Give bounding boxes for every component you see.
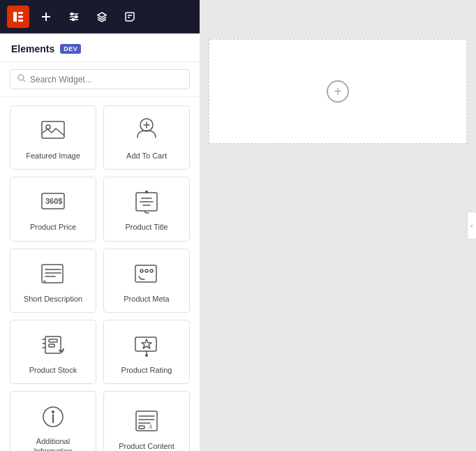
widget-label-featured-image: Featured Image xyxy=(26,151,80,161)
widget-label-product-price: Product Price xyxy=(30,222,76,232)
svg-rect-50 xyxy=(139,426,144,429)
search-input[interactable] xyxy=(30,75,182,84)
widget-label-product-rating: Product Rating xyxy=(121,365,172,375)
widget-card-product-title[interactable]: Product Title xyxy=(103,177,190,241)
product-rating-icon xyxy=(133,332,161,360)
svg-text:A: A xyxy=(148,424,152,430)
dev-badge: DEV xyxy=(60,44,81,54)
widget-label-product-title: Product Title xyxy=(125,222,168,232)
svg-marker-40 xyxy=(142,339,151,348)
svg-rect-2 xyxy=(18,15,23,17)
widget-card-short-description[interactable]: Short Description xyxy=(10,249,96,313)
svg-rect-3 xyxy=(18,20,23,22)
svg-rect-37 xyxy=(49,339,57,342)
svg-point-11 xyxy=(73,18,75,20)
sidebar-toolbar xyxy=(0,0,200,34)
add-element-button[interactable] xyxy=(35,6,57,28)
add-to-cart-icon xyxy=(133,117,161,145)
svg-point-35 xyxy=(150,269,153,272)
widgets-grid: Featured Image Add To Cart 360$ Product … xyxy=(0,97,200,451)
search-icon xyxy=(17,74,26,84)
widget-card-product-meta[interactable]: Product Meta xyxy=(103,249,190,313)
svg-line-16 xyxy=(24,80,26,82)
notes-button[interactable] xyxy=(119,6,141,28)
additional-information-icon xyxy=(39,403,67,431)
widget-card-product-price[interactable]: 360$ Product Price xyxy=(10,177,96,241)
panel-header: Elements DEV xyxy=(0,34,200,62)
svg-rect-0 xyxy=(13,12,17,22)
widget-label-additional-information: Additional Information xyxy=(16,436,90,451)
product-title-icon xyxy=(133,188,161,216)
widget-label-product-stock: Product Stock xyxy=(29,365,77,375)
layers-button[interactable] xyxy=(91,6,113,28)
svg-rect-38 xyxy=(49,344,54,347)
product-price-icon: 360$ xyxy=(39,188,67,216)
svg-point-18 xyxy=(46,125,50,129)
svg-point-15 xyxy=(18,75,24,80)
widget-label-product-content: Product Content xyxy=(119,441,174,451)
search-input-wrap xyxy=(10,69,190,89)
svg-point-33 xyxy=(140,269,143,272)
short-description-icon xyxy=(39,260,67,288)
featured-image-icon xyxy=(39,117,67,145)
svg-point-10 xyxy=(75,15,77,17)
search-bar xyxy=(0,62,200,97)
canvas-area: + ‹ xyxy=(200,0,476,451)
widget-card-featured-image[interactable]: Featured Image xyxy=(10,105,96,170)
elementor-logo xyxy=(7,6,29,28)
product-stock-icon xyxy=(39,332,67,360)
svg-rect-17 xyxy=(42,121,64,138)
svg-point-44 xyxy=(52,411,54,413)
svg-point-9 xyxy=(71,13,73,15)
svg-rect-1 xyxy=(18,12,23,14)
add-section-button[interactable]: + xyxy=(327,80,349,103)
product-meta-icon xyxy=(133,260,161,288)
svg-marker-12 xyxy=(98,13,106,17)
widget-card-product-rating[interactable]: Product Rating xyxy=(103,320,190,384)
svg-text:360$: 360$ xyxy=(45,197,62,205)
widget-card-add-to-cart[interactable]: Add To Cart xyxy=(103,105,190,170)
canvas-inner: + xyxy=(209,39,467,144)
svg-rect-32 xyxy=(135,265,156,282)
sidebar: Elements DEV Featured Image Ad xyxy=(0,0,200,451)
elements-panel: Elements DEV Featured Image Ad xyxy=(0,34,200,451)
panel-title: Elements xyxy=(11,43,54,54)
widget-card-product-stock[interactable]: Product Stock xyxy=(10,320,96,384)
widget-label-short-description: Short Description xyxy=(24,294,82,304)
widget-card-additional-information[interactable]: Additional Information xyxy=(10,391,96,451)
widget-label-product-meta: Product Meta xyxy=(124,294,169,304)
widget-card-product-content[interactable]: A Product Content xyxy=(103,391,190,451)
svg-point-34 xyxy=(145,269,148,272)
svg-rect-28 xyxy=(42,265,63,283)
sidebar-collapse-handle[interactable]: ‹ xyxy=(467,212,476,239)
svg-rect-39 xyxy=(135,337,156,351)
product-content-icon: A xyxy=(133,408,161,436)
widget-label-add-to-cart: Add To Cart xyxy=(126,151,167,161)
settings-panel-button[interactable] xyxy=(63,6,85,28)
